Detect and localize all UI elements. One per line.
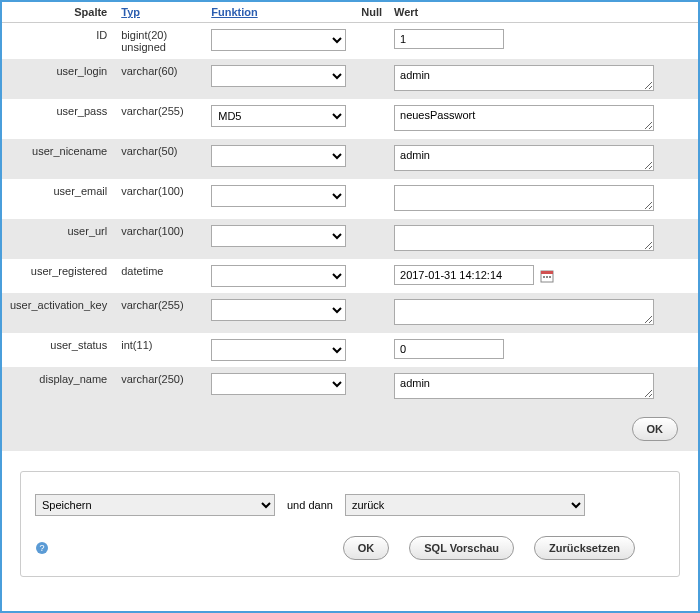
und-dann-label: und dann	[287, 499, 333, 511]
field-row-display_name: display_namevarchar(250)	[2, 367, 698, 407]
function-select[interactable]: MD5	[211, 105, 346, 127]
null-cell	[355, 293, 388, 333]
column-type: datetime	[115, 259, 205, 293]
field-row-user_activation_key: user_activation_keyvarchar(255)	[2, 293, 698, 333]
null-cell	[355, 219, 388, 259]
column-type: varchar(255)	[115, 99, 205, 139]
column-name: user_url	[2, 219, 115, 259]
ok-button-bottom[interactable]: OK	[343, 536, 390, 560]
null-cell	[355, 179, 388, 219]
value-textarea[interactable]	[394, 65, 654, 91]
value-textarea[interactable]	[394, 225, 654, 251]
function-select[interactable]	[211, 265, 346, 287]
value-input[interactable]	[394, 29, 504, 49]
value-input[interactable]	[394, 265, 534, 285]
field-row-user_pass: user_passvarchar(255)MD5	[2, 99, 698, 139]
ok-row: OK	[2, 407, 698, 451]
edit-fields-table: Spalte Typ Funktion Null Wert IDbigint(2…	[2, 2, 698, 407]
function-select[interactable]	[211, 145, 346, 167]
value-input[interactable]	[394, 339, 504, 359]
ok-button[interactable]: OK	[632, 417, 679, 441]
svg-text:?: ?	[39, 543, 44, 553]
column-type: varchar(250)	[115, 367, 205, 407]
column-type: varchar(60)	[115, 59, 205, 99]
column-type: varchar(255)	[115, 293, 205, 333]
reset-button[interactable]: Zurücksetzen	[534, 536, 635, 560]
field-row-user_email: user_emailvarchar(100)	[2, 179, 698, 219]
column-type: varchar(100)	[115, 179, 205, 219]
null-cell	[355, 139, 388, 179]
svg-rect-1	[541, 271, 553, 274]
header-spalte: Spalte	[2, 2, 115, 23]
null-cell	[355, 367, 388, 407]
null-cell	[355, 333, 388, 367]
null-cell	[355, 99, 388, 139]
function-select[interactable]	[211, 339, 346, 361]
svg-rect-2	[543, 276, 545, 278]
value-textarea[interactable]	[394, 185, 654, 211]
function-select[interactable]	[211, 65, 346, 87]
column-name: user_pass	[2, 99, 115, 139]
column-name: user_registered	[2, 259, 115, 293]
column-name: display_name	[2, 367, 115, 407]
value-textarea[interactable]	[394, 145, 654, 171]
function-select[interactable]	[211, 373, 346, 395]
function-select[interactable]	[211, 185, 346, 207]
function-select[interactable]	[211, 299, 346, 321]
function-select[interactable]	[211, 225, 346, 247]
value-textarea[interactable]	[394, 373, 654, 399]
field-row-user_url: user_urlvarchar(100)	[2, 219, 698, 259]
field-row-user_nicename: user_nicenamevarchar(50)	[2, 139, 698, 179]
header-null: Null	[355, 2, 388, 23]
bottom-panel: Speichern und dann zurück ? OK SQL Vorsc…	[20, 471, 680, 577]
null-cell	[355, 23, 388, 60]
header-typ[interactable]: Typ	[115, 2, 205, 23]
function-select[interactable]	[211, 29, 346, 51]
field-row-user_login: user_loginvarchar(60)	[2, 59, 698, 99]
column-type: varchar(100)	[115, 219, 205, 259]
then-action-select[interactable]: zurück	[345, 494, 585, 516]
column-name: ID	[2, 23, 115, 60]
sql-preview-button[interactable]: SQL Vorschau	[409, 536, 514, 560]
field-row-user_registered: user_registereddatetime	[2, 259, 698, 293]
calendar-icon[interactable]	[540, 269, 554, 283]
column-name: user_nicename	[2, 139, 115, 179]
header-funktion[interactable]: Funktion	[205, 2, 355, 23]
column-name: user_status	[2, 333, 115, 367]
column-type: bigint(20) unsigned	[115, 23, 205, 60]
column-name: user_login	[2, 59, 115, 99]
null-cell	[355, 59, 388, 99]
svg-rect-3	[546, 276, 548, 278]
value-textarea[interactable]	[394, 105, 654, 131]
column-type: int(11)	[115, 333, 205, 367]
field-row-user_status: user_statusint(11)	[2, 333, 698, 367]
svg-rect-4	[549, 276, 551, 278]
help-icon[interactable]: ?	[35, 541, 49, 555]
null-cell	[355, 259, 388, 293]
header-wert: Wert	[388, 2, 698, 23]
field-row-ID: IDbigint(20) unsigned	[2, 23, 698, 60]
save-action-select[interactable]: Speichern	[35, 494, 275, 516]
column-name: user_activation_key	[2, 293, 115, 333]
value-textarea[interactable]	[394, 299, 654, 325]
column-name: user_email	[2, 179, 115, 219]
column-type: varchar(50)	[115, 139, 205, 179]
